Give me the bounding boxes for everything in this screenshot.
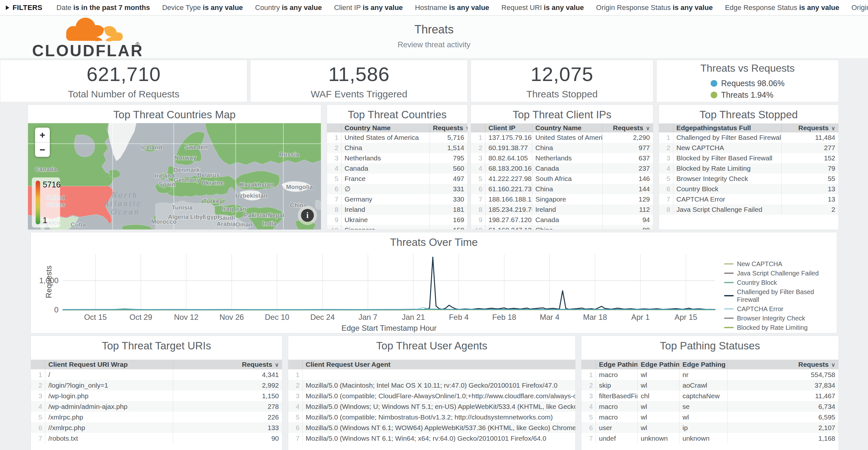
- chart-legend-item[interactable]: New CAPTCHA: [724, 260, 837, 268]
- table-row[interactable]: 3/wp-login.php1,150: [31, 391, 282, 401]
- chart-legend-item[interactable]: Java Script Challenge Failed: [724, 269, 837, 277]
- world-map[interactable]: NorthAtlanticOceanCanadaUnitedStatesMexi…: [28, 123, 321, 230]
- table-row[interactable]: 7188.166.188.152Singapore129: [471, 194, 653, 204]
- table-row[interactable]: 2New CAPTCHA277: [659, 143, 838, 153]
- table-row[interactable]: 1061.160.247.127China88: [471, 225, 653, 230]
- table-row[interactable]: 6//xmlrpc.php133: [31, 422, 282, 433]
- page-subtitle: Review threat activity: [0, 40, 868, 49]
- column-header[interactable]: Edge Pathing Src: [596, 360, 637, 369]
- table-row[interactable]: 2skipwlaoCrawl37,834: [582, 380, 838, 391]
- chart-legend-item[interactable]: CAPTCHA Error: [724, 305, 837, 313]
- column-header[interactable]: Requests∨: [173, 360, 282, 369]
- filters-toggle[interactable]: FILTERS: [6, 3, 42, 12]
- table-row[interactable]: 4macrowlse6,734: [582, 401, 838, 412]
- table-row[interactable]: 380.82.64.105Netherlands637: [471, 153, 653, 163]
- filter-pill[interactable]: Origin IPis any value: [851, 3, 868, 12]
- table-row[interactable]: 5France497: [327, 174, 467, 184]
- table-row[interactable]: 7/robots.txt90: [31, 433, 282, 444]
- country-label: Turkey: [203, 198, 223, 204]
- table-row[interactable]: 9Ukraine169: [327, 215, 467, 225]
- table-row[interactable]: 1macrowlnr554,758: [582, 369, 838, 380]
- table-row[interactable]: 8Java Script Challenge Failed2: [659, 204, 838, 215]
- table-row[interactable]: 2/login/?login_only=12,992: [31, 380, 282, 391]
- filter-pill[interactable]: Client IPis any value: [334, 3, 403, 12]
- top-threat-countries-table[interactable]: Country NameRequests∨1United States of A…: [327, 123, 467, 230]
- table-row[interactable]: 4Blocked by Rate Limiting79: [659, 163, 838, 174]
- filter-pill[interactable]: Hostnameis any value: [415, 3, 489, 12]
- chart-plot-area[interactable]: [63, 254, 715, 310]
- table-row[interactable]: 8185.234.219.70Ireland112: [471, 204, 653, 215]
- table-row[interactable]: 3filterBasedFirewallchlcaptchaNew11,467: [582, 391, 838, 401]
- table-row[interactable]: 6∅331: [327, 184, 467, 194]
- table-row[interactable]: 5/xmlrpc.php226: [31, 412, 282, 422]
- filter-pill[interactable]: Dateis in the past 7 months: [57, 3, 150, 12]
- table-row[interactable]: 1Challenged by Filter Based Firewall11,4…: [659, 132, 838, 143]
- table-row[interactable]: 3Blocked by Filter Based Firewall152: [659, 153, 838, 163]
- table-row[interactable]: 661.160.221.73China144: [471, 184, 653, 194]
- table-row[interactable]: 8Ireland181: [327, 204, 467, 215]
- chart-legend-item[interactable]: Country Block: [724, 279, 837, 287]
- column-header[interactable]: Requests∨: [430, 123, 467, 132]
- country-label: India: [262, 220, 277, 227]
- top-threats-stopped-table[interactable]: Edgepathingstatus FullRequests∨1Challeng…: [659, 123, 838, 215]
- column-header[interactable]: Client Request User Agent: [302, 360, 575, 369]
- top-threat-user-agents-table[interactable]: Client Request User Agent12Mozilla/5.0 (…: [288, 360, 575, 444]
- column-header[interactable]: Client IP: [485, 123, 532, 132]
- table-row[interactable]: 6Country Block13: [659, 184, 838, 194]
- table-row[interactable]: 5macrowlwl6,595: [582, 412, 838, 422]
- table-row[interactable]: 4/wp-admin/admin-ajax.php278: [31, 401, 282, 412]
- table-row[interactable]: 1137.175.79.166United States of America2…: [471, 132, 653, 143]
- chart-legend-item[interactable]: Blocked by Filter Based Firewall: [724, 333, 837, 333]
- column-header[interactable]: Requests∨: [781, 123, 838, 132]
- map-legend-gradient: [36, 181, 40, 224]
- table-row[interactable]: 9198.27.67.120Canada94: [471, 215, 653, 225]
- table-row[interactable]: 2Mozilla/5.0 (Macintosh; Intel Mac OS X …: [288, 380, 575, 391]
- chart-legend-item[interactable]: Blocked by Rate Limiting: [724, 324, 837, 331]
- table-row[interactable]: 468.183.200.167Canada237: [471, 163, 653, 174]
- table-row[interactable]: 2China1,514: [327, 143, 467, 153]
- column-header[interactable]: Country Name: [532, 123, 602, 132]
- table-row[interactable]: 3Mozilla/5.0 (compatible; CloudFlare-Alw…: [288, 391, 575, 401]
- country-label: Iran: [235, 206, 246, 212]
- table-row[interactable]: 7CAPTCHA Error13: [659, 194, 838, 204]
- chart-legend-item[interactable]: Challenged by Filter Based Firewall: [724, 288, 837, 303]
- top-threat-target-uris-table[interactable]: Client Request URI WrapRequests∨1/4,3412…: [31, 360, 282, 444]
- filter-pill[interactable]: Request URIis any value: [501, 3, 584, 12]
- table-row[interactable]: 3Netherlands795: [327, 153, 467, 163]
- table-row[interactable]: 7undefunknownunknown1,168: [582, 433, 838, 444]
- map-info-button[interactable]: i: [301, 209, 314, 222]
- filter-pill[interactable]: Origin Response Statusis any value: [596, 3, 713, 12]
- column-header[interactable]: Requests∨: [602, 123, 653, 132]
- column-header[interactable]: Client Request URI Wrap: [45, 360, 173, 369]
- filter-pill[interactable]: Edge Response Statusis any value: [725, 3, 839, 12]
- table-row[interactable]: 1/4,341: [31, 369, 282, 380]
- column-header[interactable]: Edge Pathing Op: [637, 360, 679, 369]
- map-zoom-in-button[interactable]: +: [35, 128, 50, 142]
- table-row[interactable]: 5Browser Integrity Check55: [659, 174, 838, 184]
- filter-pill[interactable]: Countryis any value: [255, 3, 322, 12]
- country-label: Russia: [279, 151, 300, 158]
- chart-legend-item[interactable]: Browser Integrity Check: [724, 314, 837, 322]
- top-threat-client-ips-table[interactable]: Client IPCountry NameRequests∨1137.175.7…: [471, 123, 653, 230]
- table-row[interactable]: 4Canada560: [327, 163, 467, 174]
- table-row[interactable]: 4Mozilla/5.0 (Windows; U; Windows NT 5.1…: [288, 401, 575, 412]
- table-row[interactable]: 7Germany330: [327, 194, 467, 204]
- column-header[interactable]: Requests∨: [727, 360, 838, 369]
- table-row[interactable]: 541.222.227.98South Africa146: [471, 174, 653, 184]
- table-row[interactable]: 6userwlip2,107: [582, 422, 838, 433]
- table-row[interactable]: 6Mozilla/5.0 (Windows NT 6.1; WOW64) App…: [288, 422, 575, 433]
- column-header[interactable]: Country Name: [341, 123, 430, 132]
- table-row[interactable]: 260.191.38.77China977: [471, 143, 653, 153]
- filter-pill[interactable]: Device Typeis any value: [162, 3, 243, 12]
- table-row[interactable]: 1United States of America5,716: [327, 132, 467, 143]
- column-header[interactable]: Edgepathingstatus Full: [673, 123, 781, 132]
- top-pathing-statuses-table[interactable]: Edge Pathing SrcEdge Pathing OpEdge Path…: [582, 360, 838, 444]
- table-row[interactable]: 7Mozilla/5.0 (Windows NT 6.1; Win64; x64…: [288, 433, 575, 444]
- table-row[interactable]: 10Singapore158: [327, 225, 467, 230]
- series-color-swatch-icon: [724, 282, 734, 283]
- table-row[interactable]: 1: [288, 369, 575, 380]
- table-row[interactable]: 5Mozilla/5.0 (compatible; Nimbostratus-B…: [288, 412, 575, 422]
- map-zoom-out-button[interactable]: −: [35, 142, 50, 157]
- map-color-legend: 5716 1: [32, 177, 60, 228]
- column-header[interactable]: Edge Pathing Status: [679, 360, 727, 369]
